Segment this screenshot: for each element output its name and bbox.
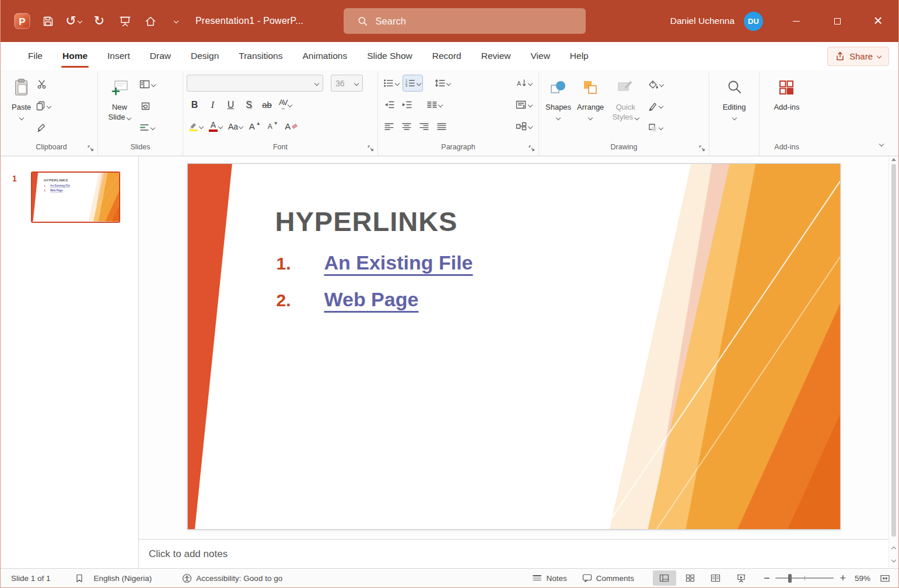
search-box[interactable] [344, 8, 586, 34]
slide-thumbnail[interactable]: HYPERLINKS 1.An Existing File 2.Web Page [31, 172, 120, 223]
shape-fill-button[interactable] [646, 76, 665, 92]
slide[interactable]: HYPERLINKS 1. An Existing File 2. Web Pa… [187, 163, 841, 530]
shape-outline-button[interactable] [646, 98, 664, 114]
layout-dropdown-icon[interactable] [151, 82, 156, 86]
smartart-dropdown-icon[interactable] [528, 124, 533, 128]
change-case-button[interactable]: Aa [226, 118, 244, 135]
arrange-button[interactable]: Arrange [574, 72, 607, 139]
normal-view-button[interactable] [653, 570, 676, 586]
bullets-dropdown-icon[interactable] [395, 80, 400, 85]
tab-slide-show[interactable]: Slide Show [357, 42, 422, 70]
grow-font-button[interactable]: A▲ [247, 118, 263, 135]
text-direction-button[interactable] [514, 97, 534, 113]
tab-help[interactable]: Help [560, 42, 599, 70]
tab-review[interactable]: Review [471, 42, 521, 70]
font-name-combo[interactable] [187, 75, 323, 92]
clear-formatting-button[interactable]: A [283, 118, 299, 135]
undo-button[interactable]: ↺ [62, 10, 85, 32]
line-spacing-dropdown-icon[interactable] [446, 80, 451, 85]
new-slide-button[interactable]: New Slide [102, 72, 138, 139]
customize-qat-button[interactable] [165, 10, 187, 32]
sort-text-button[interactable]: A [515, 75, 534, 91]
decrease-indent-button[interactable] [382, 97, 397, 113]
addins-button[interactable]: Add-ins [771, 72, 802, 139]
clipboard-dialog-launcher[interactable] [87, 145, 95, 153]
line-spacing-button[interactable] [433, 75, 452, 91]
quick-styles-button[interactable]: Quick Styles [607, 72, 644, 139]
drawing-dialog-launcher[interactable] [698, 145, 706, 153]
tab-view[interactable]: View [521, 42, 560, 70]
shape-outline-dropdown-icon[interactable] [659, 103, 663, 108]
scroll-up-icon[interactable] [891, 158, 896, 161]
font-color-button[interactable]: A [207, 118, 224, 135]
tab-transitions[interactable]: Transitions [229, 42, 292, 70]
zoom-slider-thumb[interactable] [788, 574, 792, 583]
change-case-dropdown-icon[interactable] [239, 124, 243, 128]
tab-record[interactable]: Record [422, 42, 471, 70]
shape-fill-dropdown-icon[interactable] [659, 82, 664, 86]
font-size-combo[interactable]: 36 [331, 75, 363, 92]
fit-slide-to-window-button[interactable] [876, 569, 891, 587]
character-spacing-dropdown-icon[interactable] [288, 102, 292, 107]
zoom-out-button[interactable]: − [764, 573, 770, 583]
font-name-dropdown-icon[interactable] [314, 80, 319, 85]
maximize-button[interactable] [817, 0, 858, 42]
layout-button[interactable] [138, 76, 157, 92]
start-from-beginning-button[interactable] [114, 10, 136, 32]
numbering-dropdown-icon[interactable] [417, 80, 421, 85]
tab-animations[interactable]: Animations [292, 42, 357, 70]
text-direction-dropdown-icon[interactable] [528, 102, 533, 107]
previous-slide-button[interactable] [889, 541, 898, 554]
vertical-scrollbar[interactable] [888, 156, 898, 568]
numbering-button[interactable]: 123 [403, 75, 422, 91]
shape-effects-button[interactable] [646, 120, 664, 135]
tab-file[interactable]: File [18, 42, 53, 70]
text-shadow-button[interactable]: S [241, 97, 257, 113]
language-button[interactable]: English (Nigeria) [90, 569, 156, 587]
font-size-dropdown-icon[interactable] [354, 80, 359, 85]
cut-button[interactable] [34, 76, 49, 92]
columns-button[interactable] [425, 97, 444, 113]
strikethrough-button[interactable]: ab [259, 97, 275, 113]
reading-view-button[interactable] [704, 570, 727, 586]
zoom-in-button[interactable]: + [839, 573, 846, 583]
zoom-slider[interactable] [775, 578, 834, 579]
align-left-button[interactable] [382, 118, 397, 134]
slide-title-textbox[interactable]: HYPERLINKS [275, 206, 458, 237]
columns-dropdown-icon[interactable] [438, 102, 443, 107]
bullets-button[interactable] [382, 75, 401, 91]
scrollbar-thumb[interactable] [891, 164, 896, 537]
share-button[interactable]: Share [827, 47, 889, 66]
sort-text-dropdown-icon[interactable] [528, 80, 533, 85]
close-button[interactable]: × [858, 0, 898, 42]
section-button[interactable] [138, 120, 156, 135]
zoom-level[interactable]: 59% [846, 574, 870, 583]
powerpoint-logo-icon[interactable]: P [11, 10, 33, 32]
next-slide-button[interactable] [889, 554, 898, 567]
comments-button[interactable]: Comments [579, 569, 638, 587]
reset-button[interactable] [138, 98, 153, 114]
hyperlink-existing-file[interactable]: An Existing File [324, 251, 473, 274]
paste-button[interactable]: Paste [9, 72, 34, 139]
format-painter-button[interactable] [34, 120, 49, 135]
home-button[interactable] [139, 10, 162, 32]
new-slide-dropdown-icon[interactable] [127, 116, 131, 120]
save-button[interactable] [37, 10, 59, 32]
align-center-button[interactable] [399, 118, 414, 134]
shape-effects-dropdown-icon[interactable] [659, 125, 663, 130]
slide-body-textbox[interactable]: 1. An Existing File 2. Web Page [277, 251, 473, 314]
paste-dropdown-icon[interactable] [19, 116, 23, 120]
italic-button[interactable]: I [205, 97, 221, 113]
tab-insert[interactable]: Insert [97, 42, 140, 70]
text-highlight-button[interactable] [187, 118, 205, 135]
slide-editor-canvas[interactable]: HYPERLINKS 1. An Existing File 2. Web Pa… [139, 156, 888, 539]
copy-dropdown-icon[interactable] [47, 103, 51, 108]
collapse-ribbon-button[interactable] [875, 138, 888, 150]
redo-button[interactable]: ↻ [88, 10, 110, 32]
shapes-button[interactable]: Shapes [543, 72, 574, 139]
tab-home[interactable]: Home [53, 42, 97, 70]
section-dropdown-icon[interactable] [151, 125, 155, 130]
minimize-button[interactable] [776, 0, 817, 42]
hyperlink-web-page[interactable]: Web Page [324, 288, 419, 311]
font-color-dropdown-icon[interactable] [218, 124, 223, 128]
